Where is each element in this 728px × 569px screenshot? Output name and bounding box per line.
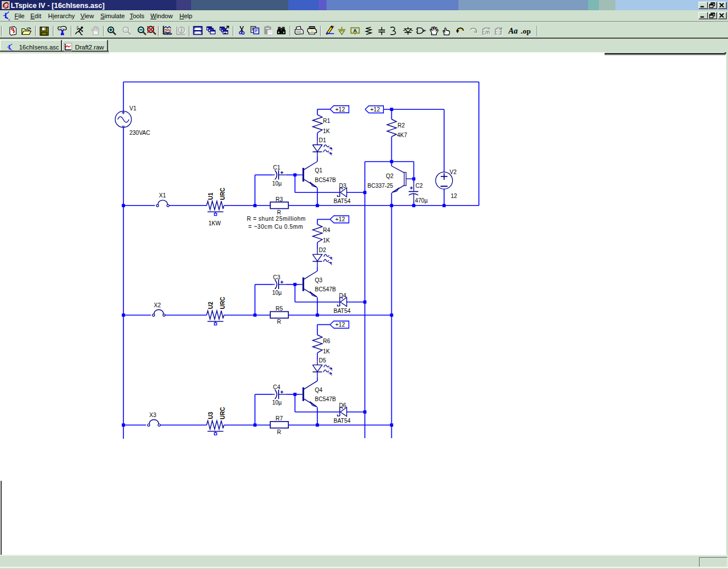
svg-text:R: R <box>277 209 281 216</box>
svg-text:Q2: Q2 <box>386 173 394 179</box>
svg-text:BC547B: BC547B <box>315 396 337 402</box>
svg-text:R: R <box>277 429 281 435</box>
svg-text:C3: C3 <box>273 274 280 281</box>
svg-text:C2: C2 <box>416 183 423 189</box>
svg-text:230VAC: 230VAC <box>130 130 151 136</box>
svg-text:Q1: Q1 <box>315 167 323 174</box>
svg-text:= ~30cm Cu 0.5mm: = ~30cm Cu 0.5mm <box>249 224 304 230</box>
svg-text:10µ: 10µ <box>272 180 282 187</box>
svg-text:R4: R4 <box>323 227 330 233</box>
svg-text:X1: X1 <box>159 192 167 199</box>
svg-text:D1: D1 <box>319 137 326 143</box>
svg-text:Q3: Q3 <box>315 277 323 283</box>
svg-text:+12: +12 <box>336 216 345 222</box>
svg-text:D2: D2 <box>319 247 326 253</box>
svg-text:BC337-25: BC337-25 <box>367 183 393 189</box>
svg-text:R = shunt 25milliohm: R = shunt 25milliohm <box>247 216 306 222</box>
svg-text:U2: U2 <box>208 302 214 309</box>
svg-text:BAT54: BAT54 <box>334 308 351 314</box>
svg-text:R2: R2 <box>398 122 405 129</box>
svg-text:+12: +12 <box>370 106 380 113</box>
svg-text:U3: U3 <box>208 411 214 419</box>
svg-text:+12: +12 <box>336 106 345 113</box>
svg-text:X2: X2 <box>154 302 162 308</box>
svg-text:R5: R5 <box>276 306 283 312</box>
svg-text:R1: R1 <box>323 118 330 124</box>
svg-text:10µ: 10µ <box>272 290 282 296</box>
svg-text:BAT54: BAT54 <box>334 198 351 204</box>
svg-text:U1: U1 <box>208 192 214 200</box>
svg-text:R7: R7 <box>276 415 283 422</box>
svg-text:R: R <box>277 319 281 325</box>
svg-text:1K: 1K <box>323 128 330 134</box>
svg-text:C4: C4 <box>273 384 280 390</box>
svg-text:10µ: 10µ <box>272 399 282 406</box>
svg-text:Q4: Q4 <box>315 387 323 393</box>
svg-text:1K: 1K <box>323 348 330 354</box>
svg-text:URC: URC <box>220 297 226 310</box>
svg-text:+12: +12 <box>336 321 345 328</box>
svg-text:BC547B: BC547B <box>315 177 337 183</box>
svg-text:BAT54: BAT54 <box>334 418 351 424</box>
svg-text:URC: URC <box>220 188 226 200</box>
svg-text:1K: 1K <box>323 237 330 244</box>
svg-text:4K7: 4K7 <box>397 132 407 138</box>
svg-text:.op: .op <box>521 27 531 35</box>
svg-text:V2: V2 <box>450 169 457 175</box>
svg-text:D5: D5 <box>319 357 326 364</box>
svg-text:V1: V1 <box>130 105 137 112</box>
svg-text:R6: R6 <box>323 338 330 344</box>
svg-text:A: A <box>353 28 357 34</box>
svg-text:Aa: Aa <box>508 27 518 35</box>
svg-text:R3: R3 <box>276 196 283 203</box>
svg-text:BC547B: BC547B <box>315 286 337 292</box>
svg-text:X3: X3 <box>150 412 157 418</box>
svg-text:1KW: 1KW <box>209 220 221 226</box>
svg-text:C1: C1 <box>273 164 280 171</box>
svg-text:URC: URC <box>220 407 226 419</box>
svg-text:470µ: 470µ <box>415 197 428 204</box>
svg-text:12: 12 <box>451 193 458 199</box>
